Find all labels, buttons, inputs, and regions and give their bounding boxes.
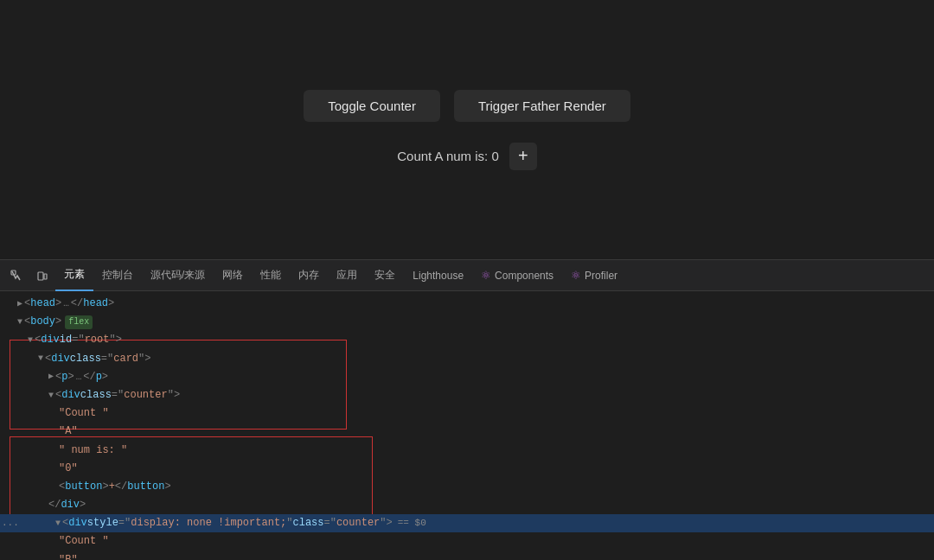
- tab-profiler-label: Profiler: [585, 270, 617, 282]
- tab-performance[interactable]: 性能: [252, 260, 290, 291]
- tab-network[interactable]: 网络: [214, 260, 252, 291]
- tab-network-label: 网络: [222, 268, 243, 283]
- preview-area: Toggle Counter Trigger Father Render Cou…: [0, 0, 934, 259]
- tab-console-label: 控制台: [102, 268, 133, 283]
- dom-line-count-text-a3: " num is: ": [0, 442, 934, 460]
- tab-memory[interactable]: 内存: [290, 260, 328, 291]
- tab-application[interactable]: 应用: [328, 260, 366, 291]
- react-icon-components: ⚛: [481, 269, 491, 282]
- flex-badge: flex: [65, 315, 93, 329]
- triangle-head[interactable]: ▶: [17, 297, 22, 311]
- react-icon-profiler: ⚛: [571, 269, 581, 282]
- tab-profiler[interactable]: ⚛ Profiler: [562, 260, 626, 291]
- dom-tree[interactable]: ▶ <head> … </head> ▼ <body> flex ▼ <div …: [0, 291, 934, 560]
- svg-rect-2: [44, 274, 47, 279]
- dom-content: ▶ <head> … </head> ▼ <body> flex ▼ <div …: [0, 291, 934, 560]
- tab-components[interactable]: ⚛ Components: [472, 260, 562, 291]
- triangle-body[interactable]: ▼: [17, 315, 22, 329]
- inspect-icon-button[interactable]: [3, 263, 29, 289]
- dots-indicator: ...: [2, 516, 19, 531]
- dom-line-root[interactable]: ▼ <div id="root" >: [0, 331, 934, 349]
- tab-bar: 元素 控制台 源代码/来源 网络 性能 内存 应用 安全 Lighthouse …: [0, 260, 934, 291]
- tab-security[interactable]: 安全: [366, 260, 404, 291]
- svg-rect-1: [38, 272, 43, 280]
- triangle-counter-b[interactable]: ▼: [55, 517, 61, 531]
- triangle-card[interactable]: ▼: [38, 352, 43, 366]
- dom-line-p[interactable]: ▶ <p> … </p>: [0, 368, 934, 386]
- dom-line-count-text-b1: "Count ": [0, 532, 934, 550]
- tab-elements-label: 元素: [64, 267, 85, 282]
- tab-performance-label: 性能: [260, 268, 281, 283]
- dom-line-counter-b-open[interactable]: ... ▼ <div style="display: none !importa…: [0, 514, 934, 532]
- preview-buttons-row: Toggle Counter Trigger Father Render: [304, 90, 630, 122]
- dom-line-counter-a-close: </div>: [0, 496, 934, 514]
- dom-line-head[interactable]: ▶ <head> … </head>: [0, 295, 934, 313]
- toggle-counter-button[interactable]: Toggle Counter: [304, 90, 440, 122]
- tab-lighthouse-label: Lighthouse: [413, 270, 464, 282]
- devtools-panel: 元素 控制台 源代码/来源 网络 性能 内存 应用 安全 Lighthouse …: [0, 259, 934, 560]
- plus-button[interactable]: +: [509, 143, 537, 170]
- counter-text: Count A num is: 0: [397, 149, 499, 163]
- triangle-counter-a[interactable]: ▼: [48, 389, 54, 403]
- tab-console[interactable]: 控制台: [93, 260, 142, 291]
- dom-line-counter-a-open[interactable]: ▼ <div class="counter" >: [0, 386, 934, 404]
- tab-components-label: Components: [495, 270, 553, 282]
- tab-elements[interactable]: 元素: [55, 260, 93, 291]
- dom-line-card[interactable]: ▼ <div class="card" >: [0, 350, 934, 368]
- tab-sources[interactable]: 源代码/来源: [142, 260, 214, 291]
- dom-line-button-a[interactable]: <button> + </button>: [0, 478, 934, 496]
- tab-application-label: 应用: [336, 268, 357, 283]
- trigger-father-button[interactable]: Trigger Father Render: [454, 90, 630, 122]
- triangle-root[interactable]: ▼: [28, 334, 33, 347]
- triangle-p[interactable]: ▶: [48, 370, 54, 384]
- tab-security-label: 安全: [374, 268, 395, 283]
- device-icon-button[interactable]: [29, 263, 55, 289]
- counter-row: Count A num is: 0 +: [397, 143, 537, 170]
- dom-line-count-text-a4: "0": [0, 460, 934, 478]
- dom-line-count-text-a2: "A": [0, 423, 934, 441]
- s0-badge: == $0: [398, 516, 426, 531]
- dom-line-body[interactable]: ▼ <body> flex: [0, 313, 934, 331]
- tab-sources-label: 源代码/来源: [150, 268, 205, 283]
- dom-line-count-text-a1: "Count ": [0, 404, 934, 423]
- dom-line-count-text-b2: "B": [0, 551, 934, 560]
- tab-lighthouse[interactable]: Lighthouse: [404, 260, 472, 291]
- tab-memory-label: 内存: [298, 268, 319, 283]
